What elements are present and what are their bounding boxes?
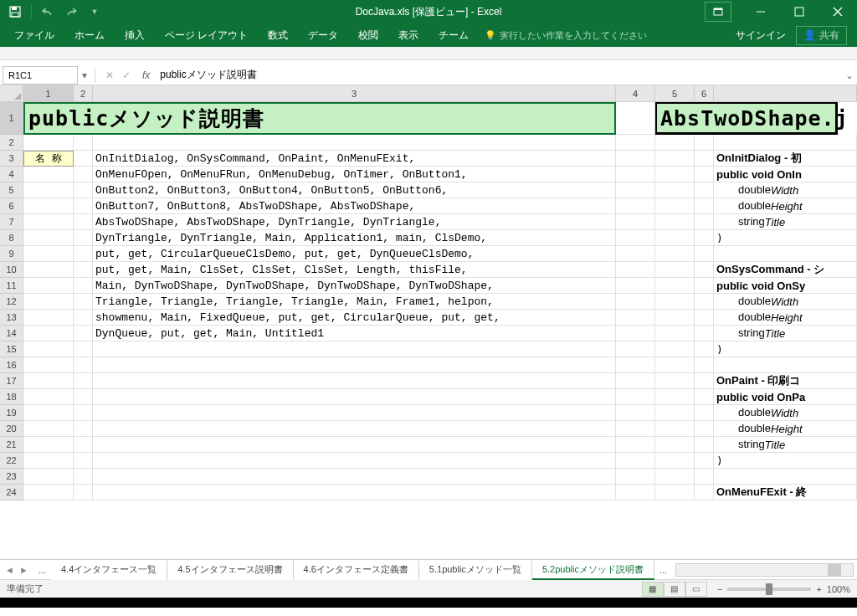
sheet-tab[interactable]: 4.4インタフェース一覧 xyxy=(51,560,167,580)
cell[interactable] xyxy=(74,405,93,421)
row-header[interactable]: 11 xyxy=(0,278,23,294)
cell[interactable] xyxy=(93,453,616,469)
sheet-tab[interactable]: 4.6インタフェース定義書 xyxy=(294,560,419,580)
cell[interactable] xyxy=(695,421,714,437)
cell[interactable] xyxy=(655,262,695,278)
cell[interactable] xyxy=(714,135,857,151)
zoom-in-icon[interactable]: + xyxy=(816,584,821,594)
cell[interactable] xyxy=(655,135,695,151)
row-header[interactable]: 12 xyxy=(0,294,23,310)
cell[interactable] xyxy=(655,421,695,437)
cell[interactable]: put, get, CircularQueueClsDemo, put, get… xyxy=(93,246,616,262)
undo-icon[interactable] xyxy=(38,3,58,21)
cell[interactable] xyxy=(74,357,93,373)
cell[interactable]: ) xyxy=(714,341,857,357)
tab-review[interactable]: 校閲 xyxy=(349,24,387,47)
cell[interactable] xyxy=(23,469,74,485)
filename-banner[interactable]: AbsTwoDShape.j xyxy=(655,102,838,135)
cell[interactable] xyxy=(74,246,93,262)
row-header[interactable]: 6 xyxy=(0,198,23,214)
cell[interactable] xyxy=(616,405,655,421)
horizontal-scrollbar[interactable] xyxy=(675,563,854,577)
cell[interactable] xyxy=(23,326,74,341)
cell[interactable] xyxy=(74,230,93,246)
row-header[interactable]: 20 xyxy=(0,421,23,437)
cell[interactable]: OnInitDialog, OnSysCommand, OnPaint, OnM… xyxy=(93,151,616,167)
cell[interactable] xyxy=(23,135,74,151)
cell[interactable]: OnMenuFExit - 終 xyxy=(714,485,857,501)
cell[interactable] xyxy=(93,485,616,501)
cell[interactable] xyxy=(74,437,93,453)
cell[interactable] xyxy=(714,469,857,485)
cell[interactable] xyxy=(93,469,616,485)
cell[interactable] xyxy=(23,341,74,357)
pagebreak-view-icon[interactable]: ▭ xyxy=(685,582,707,597)
col-header[interactable]: 1 xyxy=(23,85,74,102)
sheet-tab[interactable]: 4.5インタフェース説明書 xyxy=(167,560,293,580)
cell[interactable] xyxy=(616,373,655,389)
cell[interactable] xyxy=(655,437,695,453)
cell[interactable] xyxy=(695,357,714,373)
col-header[interactable]: 6 xyxy=(695,85,714,102)
cell[interactable]: OnButton2, OnButton3, OnButton4, OnButto… xyxy=(93,182,616,198)
row-header[interactable]: 23 xyxy=(0,469,23,485)
row-header[interactable]: 22 xyxy=(0,453,23,469)
cell[interactable] xyxy=(616,437,655,453)
cell[interactable] xyxy=(616,278,655,294)
tab-scroll-right[interactable]: ... xyxy=(654,565,672,575)
cell[interactable] xyxy=(655,405,695,421)
cell[interactable]: OnSysCommand - シ xyxy=(714,262,857,278)
cell[interactable]: OnPaint - 印刷コ xyxy=(714,373,857,389)
cell[interactable]: ) xyxy=(714,230,857,246)
tab-pagelayout[interactable]: ページ レイアウト xyxy=(156,24,257,47)
cell[interactable] xyxy=(616,230,655,246)
zoom-level[interactable]: 100% xyxy=(827,584,850,594)
zoom-out-icon[interactable]: − xyxy=(717,584,722,594)
cell[interactable] xyxy=(23,373,74,389)
cell[interactable] xyxy=(655,357,695,373)
col-header[interactable]: 3 xyxy=(93,85,616,102)
row-header[interactable]: 1 xyxy=(0,102,23,135)
cell[interactable] xyxy=(23,357,74,373)
cell[interactable] xyxy=(93,421,616,437)
cell[interactable] xyxy=(616,182,655,198)
cell[interactable] xyxy=(616,485,655,501)
cell[interactable] xyxy=(74,198,93,214)
signin-link[interactable]: サインイン xyxy=(727,28,794,43)
cell[interactable] xyxy=(655,389,695,405)
cell[interactable] xyxy=(23,167,74,182)
cell[interactable] xyxy=(74,389,93,405)
cell[interactable]: OnButton7, OnButton8, AbsTwoDShape, AbsT… xyxy=(93,198,616,214)
cell[interactable] xyxy=(74,341,93,357)
cell[interactable] xyxy=(695,373,714,389)
formula-input[interactable]: publicメソッド説明書 xyxy=(155,66,842,85)
cell[interactable] xyxy=(695,278,714,294)
tab-home[interactable]: ホーム xyxy=(65,24,114,47)
cell[interactable] xyxy=(695,294,714,310)
cell[interactable] xyxy=(616,326,655,341)
save-icon[interactable] xyxy=(5,3,25,21)
title-banner[interactable]: publicメソッド説明書 xyxy=(23,102,616,135)
row-header[interactable]: 14 xyxy=(0,326,23,341)
row-header[interactable]: 19 xyxy=(0,405,23,421)
cell[interactable] xyxy=(655,278,695,294)
cell[interactable] xyxy=(655,341,695,357)
row-header[interactable]: 2 xyxy=(0,135,23,151)
cell[interactable] xyxy=(74,326,93,341)
cell[interactable]: public void OnIn xyxy=(714,167,857,182)
cell[interactable] xyxy=(616,167,655,182)
tab-team[interactable]: チーム xyxy=(429,24,478,47)
cell[interactable] xyxy=(695,246,714,262)
cell[interactable] xyxy=(714,357,857,373)
cell[interactable] xyxy=(74,151,93,167)
cell[interactable] xyxy=(74,373,93,389)
cell[interactable] xyxy=(74,182,93,198)
cell[interactable] xyxy=(655,198,695,214)
cell[interactable] xyxy=(23,246,74,262)
row-header[interactable]: 5 xyxy=(0,182,23,198)
cell[interactable] xyxy=(655,167,695,182)
expand-formula-bar-icon[interactable]: ⌄ xyxy=(842,69,857,81)
cell[interactable] xyxy=(23,389,74,405)
row-header[interactable]: 16 xyxy=(0,357,23,373)
row-header[interactable]: 18 xyxy=(0,389,23,405)
